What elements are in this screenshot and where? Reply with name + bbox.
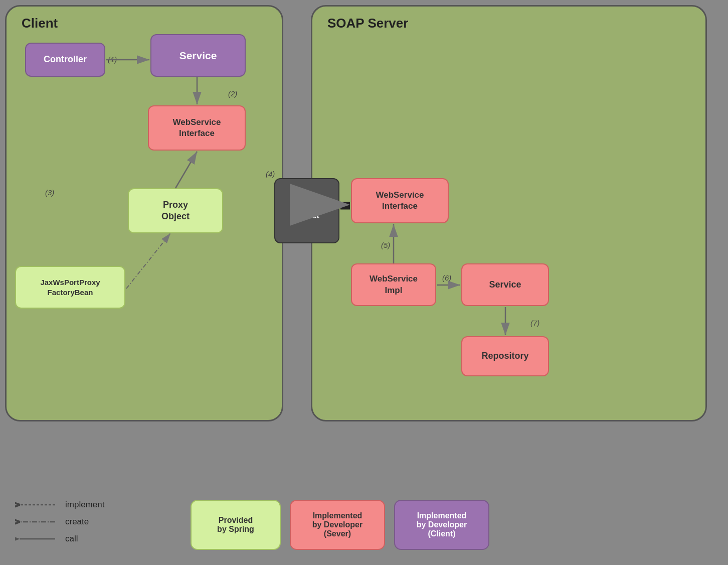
client-title: Client (7, 7, 282, 31)
service-client-box: Service (150, 34, 246, 77)
domain-object-box: Domain Object (274, 178, 339, 243)
legend-section: implement create (15, 499, 104, 550)
jaxws-box: JaxWsPortProxy FactoryBean (15, 266, 125, 309)
step4-label: (4) (266, 170, 275, 178)
step7-label: (7) (530, 319, 539, 327)
step1-label: (1) (108, 55, 117, 64)
legend-client-dev-box: Implemented by Developer (Client) (394, 500, 489, 550)
webservice-interface-client-box: WebService Interface (148, 105, 246, 151)
soap-title: SOAP Server (312, 7, 705, 31)
legend-create: create (15, 516, 104, 528)
legend-implement-label: implement (65, 500, 104, 510)
legend-spring-box: Provided by Spring (191, 500, 281, 550)
webservice-interface-server-box: WebService Interface (351, 178, 449, 223)
legend-server-dev-box: Implemented by Developer (Sever) (290, 500, 385, 550)
legend-color-boxes: Provided by Spring Implemented by Develo… (191, 500, 489, 550)
repository-box: Repository (461, 336, 549, 376)
step3-label: (3) (45, 188, 54, 197)
legend-create-label: create (65, 517, 89, 527)
step5-label: (5) (381, 241, 390, 249)
proxy-object-box: Proxy Object (128, 188, 223, 233)
controller-box: Controller (25, 43, 105, 77)
webservice-impl-box: WebService Impl (351, 263, 436, 306)
step2-label: (2) (228, 89, 237, 98)
service-server-box: Service (461, 263, 549, 306)
legend-call-label: call (65, 534, 78, 544)
step6-label: (6) (442, 273, 451, 282)
legend-implement: implement (15, 499, 104, 511)
legend-call: call (15, 533, 104, 545)
